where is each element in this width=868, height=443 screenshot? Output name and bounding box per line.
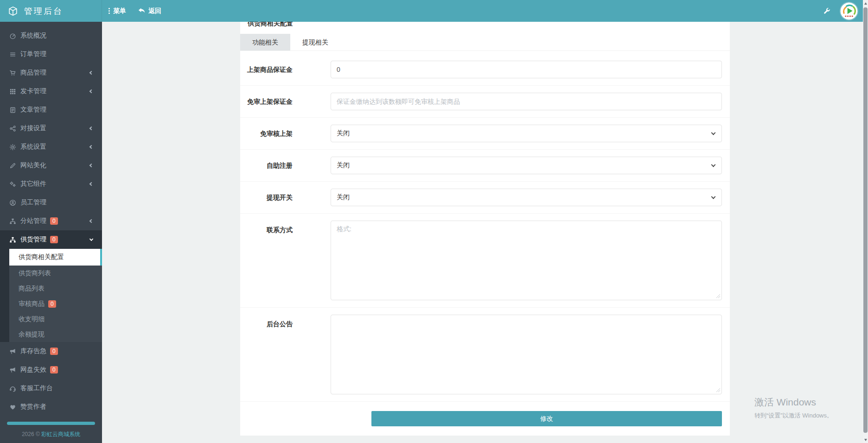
- user-avatar[interactable]: [840, 2, 858, 20]
- form-row: 上架商品保证金: [240, 54, 730, 86]
- sidebar-item[interactable]: 系统设置: [0, 138, 102, 156]
- tab-withdraw-related[interactable]: 提现相关: [290, 34, 340, 51]
- sidebar-subitem[interactable]: 审核商品0: [9, 296, 102, 311]
- form-row: 提现开关 关闭: [240, 182, 730, 214]
- sidebar-item[interactable]: 文章管理: [0, 101, 102, 119]
- brush-icon: [9, 162, 16, 169]
- form-row: 自助注册 关闭: [240, 150, 730, 182]
- free-audit-deposit-input[interactable]: [331, 93, 722, 110]
- sidebar-subitem-label: 供货商列表: [19, 269, 51, 278]
- field-label: 后台公告: [240, 315, 293, 394]
- field-label: 免审上架保证金: [240, 93, 293, 110]
- sitemap-icon: [9, 218, 16, 225]
- field-label: 自助注册: [240, 157, 293, 174]
- share-icon: [9, 125, 16, 132]
- withdraw-switch-select[interactable]: 关闭: [331, 189, 722, 206]
- sidebar-item-label: 网站美化: [20, 161, 46, 170]
- gauge-icon: [9, 32, 16, 39]
- brand: 管理后台: [0, 0, 102, 22]
- bullhorn-icon: [9, 367, 16, 373]
- sidebar-subitem[interactable]: 供货商相关配置: [9, 249, 102, 266]
- sidebar-subitem-label: 供货商相关配置: [19, 253, 64, 261]
- sidebar-item[interactable]: 对接设置: [0, 119, 102, 138]
- kebab-menu-icon: [108, 8, 110, 14]
- sidebar-item[interactable]: 系统概况: [0, 26, 102, 45]
- sidebar-item-label: 赞赏作者: [20, 403, 46, 411]
- brand-title: 管理后台: [24, 6, 63, 17]
- scrollbar-thumb[interactable]: [863, 7, 868, 433]
- scroll-down-icon[interactable]: [863, 437, 868, 443]
- config-form: 上架商品保证金 免审上架保证金 免审核上架 关闭 自助注册: [240, 51, 730, 426]
- list-icon: [9, 51, 16, 58]
- chevron-down-icon: [711, 195, 716, 199]
- form-row: 后台公告: [240, 308, 730, 402]
- sidebar-item-label: 订单管理: [20, 50, 46, 58]
- chevron-left-icon: [89, 71, 93, 75]
- sidebar-item-label: 对接设置: [20, 124, 46, 133]
- gear-icon: [9, 144, 16, 151]
- sidebar-item[interactable]: 网站美化: [0, 156, 102, 175]
- menu-button[interactable]: 菜单: [108, 7, 126, 15]
- sidebar-item[interactable]: 网盘失效0: [0, 361, 102, 379]
- copyright: 2026 © 彩虹云商城系统: [0, 430, 102, 438]
- sidebar-subitem-label: 收支明细: [19, 315, 45, 323]
- sidebar-item-label: 员工管理: [20, 198, 46, 207]
- chevron-down-icon: [89, 237, 93, 241]
- cart-icon: [9, 70, 16, 76]
- windows-activation-watermark: 激活 Windows 转到“设置”以激活 Windows。: [754, 396, 833, 420]
- sidebar-subitem[interactable]: 商品列表: [9, 281, 102, 296]
- sidebar-item-label: 供货管理: [20, 235, 46, 244]
- sidebar-item[interactable]: 赞赏作者: [0, 398, 102, 416]
- field-label: 免审核上架: [240, 125, 293, 142]
- self-register-select[interactable]: 关闭: [331, 157, 722, 174]
- scroll-up-icon[interactable]: [863, 0, 868, 6]
- deposit-input[interactable]: [331, 61, 722, 78]
- sidebar-item[interactable]: 发卡管理: [0, 82, 102, 101]
- sidebar-item[interactable]: 库存告急0: [0, 342, 102, 361]
- sidebar-subitem-label: 审核商品: [19, 300, 45, 308]
- sidebar-item-label: 文章管理: [20, 106, 46, 114]
- bullhorn-icon: [9, 348, 16, 355]
- sidebar-item[interactable]: 分站管理0: [0, 212, 102, 230]
- back-button[interactable]: 返回: [138, 7, 161, 15]
- reply-arrow-icon: [138, 8, 145, 14]
- contact-textarea[interactable]: [331, 221, 722, 300]
- sidebar-item[interactable]: 客服工作台: [0, 379, 102, 398]
- top-header: 管理后台 菜单 返回: [0, 0, 868, 22]
- form-row: 免审核上架 关闭: [240, 118, 730, 150]
- sidebar: 系统概况订单管理商品管理发卡管理文章管理对接设置系统设置网站美化其它组件员工管理…: [0, 22, 102, 443]
- sidebar-item[interactable]: 订单管理: [0, 45, 102, 63]
- sidebar-subitem[interactable]: 余额提现: [9, 327, 102, 342]
- sidebar-subitem[interactable]: 供货商列表: [9, 266, 102, 281]
- heart-icon: [9, 404, 16, 411]
- save-button[interactable]: 修改: [371, 411, 722, 426]
- sidebar-footer: 2026 © 彩虹云商城系统: [0, 422, 102, 438]
- sidebar-item-label: 客服工作台: [20, 384, 53, 392]
- sidebar-menu: 系统概况订单管理商品管理发卡管理文章管理对接设置系统设置网站美化其它组件员工管理…: [0, 22, 102, 416]
- chevron-down-icon: [711, 163, 716, 167]
- footer-link[interactable]: 彩虹云商城系统: [41, 431, 80, 437]
- cogs-icon: [9, 181, 16, 188]
- sidebar-submenu: 供货商相关配置供货商列表商品列表审核商品0收支明细余额提现: [0, 249, 102, 342]
- count-badge: 0: [48, 300, 56, 308]
- tab-function-related[interactable]: 功能相关: [240, 34, 290, 51]
- sidebar-item[interactable]: 供货管理0: [0, 230, 102, 249]
- book-icon: [9, 107, 16, 114]
- headset-icon: [9, 385, 16, 392]
- announcement-textarea[interactable]: [331, 315, 722, 394]
- page-scrollbar[interactable]: [863, 0, 868, 443]
- sidebar-subitem[interactable]: 收支明细: [9, 311, 102, 327]
- sidebar-item-label: 库存告急: [20, 347, 46, 355]
- free-audit-select[interactable]: 关闭: [331, 125, 722, 142]
- sidebar-item[interactable]: 商品管理: [0, 63, 102, 82]
- sidebar-item[interactable]: 员工管理: [0, 193, 102, 212]
- wrench-icon[interactable]: [822, 7, 830, 15]
- sidebar-item-label: 其它组件: [20, 180, 46, 188]
- chevron-left-icon: [89, 127, 93, 130]
- chevron-down-icon: [711, 131, 716, 135]
- sidebar-item-label: 系统概况: [20, 32, 46, 40]
- field-label: 提现开关: [240, 189, 293, 206]
- field-label: 上架商品保证金: [240, 61, 293, 78]
- sidebar-item[interactable]: 其它组件: [0, 175, 102, 193]
- count-badge: 0: [50, 217, 58, 225]
